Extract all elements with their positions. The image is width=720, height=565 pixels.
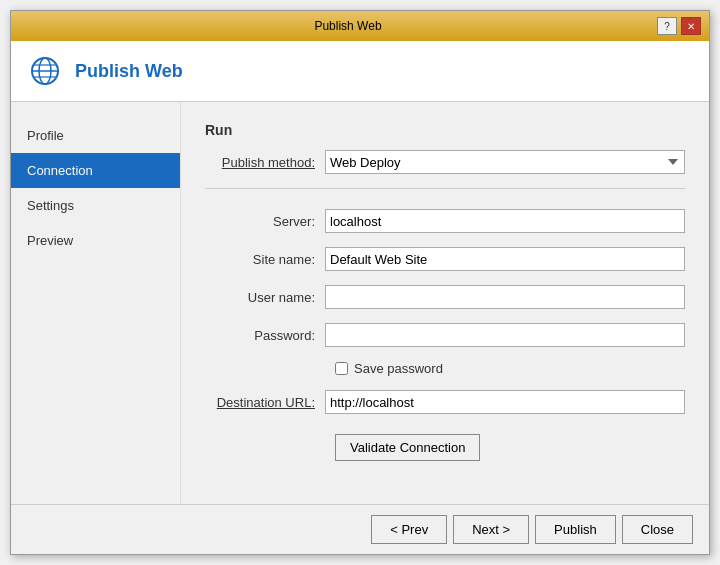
publish-button[interactable]: Publish [535,515,616,544]
publish-method-label: Publish method: [205,155,325,170]
close-button[interactable]: Close [622,515,693,544]
validate-connection-button[interactable]: Validate Connection [335,434,480,461]
destination-url-row: Destination URL: [205,390,685,414]
prev-button[interactable]: < Prev [371,515,447,544]
title-bar-controls: ? ✕ [657,17,701,35]
server-label: Server: [205,214,325,229]
site-name-label: Site name: [205,252,325,267]
main-content: Run Publish method: Web Deploy Web Deplo… [181,102,709,504]
next-button[interactable]: Next > [453,515,529,544]
password-row: Password: [205,323,685,347]
destination-url-label: Destination URL: [205,395,325,410]
sidebar-item-connection[interactable]: Connection [11,153,180,188]
section-title: Run [205,122,685,138]
save-password-row: Save password [205,361,685,376]
password-input[interactable] [325,323,685,347]
dialog-header: Publish Web [11,41,709,102]
save-password-label[interactable]: Save password [354,361,443,376]
user-name-label: User name: [205,290,325,305]
divider [205,188,685,189]
user-name-row: User name: [205,285,685,309]
title-bar: Publish Web ? ✕ [11,11,709,41]
dialog-footer: < Prev Next > Publish Close [11,504,709,554]
sidebar-item-preview[interactable]: Preview [11,223,180,258]
password-label: Password: [205,328,325,343]
title-bar-title: Publish Web [39,19,657,33]
user-name-input[interactable] [325,285,685,309]
server-row: Server: [205,209,685,233]
help-button[interactable]: ? [657,17,677,35]
publish-method-select[interactable]: Web Deploy Web Deploy Package FTP File S… [325,150,685,174]
sidebar-item-settings[interactable]: Settings [11,188,180,223]
publish-web-dialog: Publish Web ? ✕ Publish Web Profile Conn… [10,10,710,555]
site-name-row: Site name: [205,247,685,271]
save-password-checkbox[interactable] [335,362,348,375]
server-input[interactable] [325,209,685,233]
header-title: Publish Web [75,61,183,82]
publish-method-row: Publish method: Web Deploy Web Deploy Pa… [205,150,685,174]
close-window-button[interactable]: ✕ [681,17,701,35]
publish-web-icon [27,53,63,89]
sidebar: Profile Connection Settings Preview [11,102,181,504]
site-name-input[interactable] [325,247,685,271]
sidebar-item-profile[interactable]: Profile [11,118,180,153]
dialog-body: Profile Connection Settings Preview Run … [11,102,709,504]
destination-url-input[interactable] [325,390,685,414]
